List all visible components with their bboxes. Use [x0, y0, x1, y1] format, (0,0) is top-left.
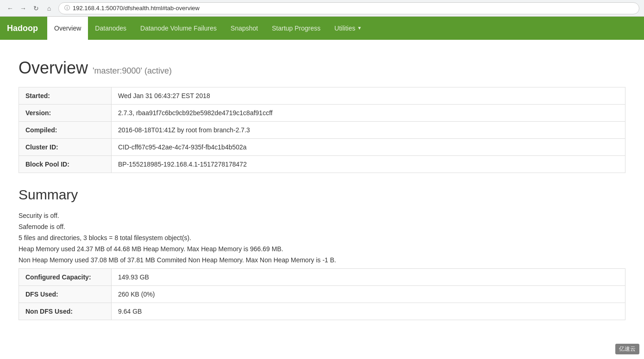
page-title-text: Overview: [19, 58, 88, 77]
table-row: DFS Used: 260 KB (0%): [19, 286, 625, 303]
nav-link-datanodes[interactable]: Datanodes: [88, 17, 133, 40]
nav-link-overview[interactable]: Overview: [47, 17, 88, 40]
capacity-label-2: Non DFS Used:: [19, 303, 112, 320]
capacity-label-1: DFS Used:: [19, 286, 112, 303]
table-row: Version: 2.7.3, rbaa91f7c6bc9cb92be5982d…: [19, 105, 625, 122]
nav-item-overview[interactable]: Overview: [47, 17, 88, 40]
table-row: Compiled: 2016-08-18T01:41Z by root from…: [19, 122, 625, 139]
page-title: Overview 'master:9000' (active): [19, 58, 625, 78]
summary-title: Summary: [19, 187, 625, 203]
table-row: Non DFS Used: 9.64 GB: [19, 303, 625, 320]
address-bar[interactable]: ⓘ 192.168.4.1:50070/dfshealth.html#tab-o…: [58, 2, 639, 14]
forward-button[interactable]: →: [18, 3, 29, 14]
row-value-cluster-id: CID-cff67c95-42ae-4c74-935f-fb4c1b4b502a: [112, 139, 625, 156]
row-label-block-pool-id: Block Pool ID:: [19, 156, 112, 173]
capacity-label-0: Configured Capacity:: [19, 269, 112, 286]
navbar-nav: Overview Datanodes Datanode Volume Failu…: [47, 17, 369, 40]
row-label-started: Started:: [19, 87, 112, 105]
row-label-version: Version:: [19, 105, 112, 122]
overview-table: Started: Wed Jan 31 06:43:27 EST 2018 Ve…: [19, 87, 625, 173]
row-value-version: 2.7.3, rbaa91f7c6bc9cb92be5982de4719c1c8…: [112, 105, 625, 122]
navbar: Hadoop Overview Datanodes Datanode Volum…: [0, 17, 644, 40]
nav-link-snapshot[interactable]: Snapshot: [224, 17, 265, 40]
capacity-value-0: 149.93 GB: [112, 269, 625, 286]
row-label-compiled: Compiled:: [19, 122, 112, 139]
summary-line-3: Heap Memory used 24.37 MB of 44.68 MB He…: [19, 245, 625, 253]
row-label-cluster-id: Cluster ID:: [19, 139, 112, 156]
nav-link-utilities[interactable]: Utilities ▼: [327, 17, 369, 40]
table-row: Configured Capacity: 149.93 GB: [19, 269, 625, 286]
nav-item-volume-failures[interactable]: Datanode Volume Failures: [133, 17, 224, 40]
page-subtitle: 'master:9000' (active): [93, 66, 172, 75]
table-row: Started: Wed Jan 31 06:43:27 EST 2018: [19, 87, 625, 105]
nav-item-snapshot[interactable]: Snapshot: [224, 17, 265, 40]
url-text: 192.168.4.1:50070/dfshealth.html#tab-ove…: [73, 5, 200, 12]
browser-nav-buttons: ← → ↻ ⌂: [5, 3, 55, 14]
nav-item-startup-progress[interactable]: Startup Progress: [265, 17, 327, 40]
nav-item-utilities[interactable]: Utilities ▼: [327, 17, 369, 40]
row-value-started: Wed Jan 31 06:43:27 EST 2018: [112, 87, 625, 105]
capacity-value-2: 9.64 GB: [112, 303, 625, 320]
capacity-value-1: 260 KB (0%): [112, 286, 625, 303]
row-value-compiled: 2016-08-18T01:41Z by root from branch-2.…: [112, 122, 625, 139]
summary-line-4: Non Heap Memory used 37.08 MB of 37.81 M…: [19, 256, 625, 264]
main-content: Overview 'master:9000' (active) Started:…: [0, 40, 644, 343]
dropdown-caret: ▼: [357, 24, 362, 33]
nav-item-datanodes[interactable]: Datanodes: [88, 17, 133, 40]
lock-icon: ⓘ: [64, 4, 70, 12]
summary-line-1: Safemode is off.: [19, 223, 625, 230]
reload-button[interactable]: ↻: [31, 3, 42, 14]
capacity-table: Configured Capacity: 149.93 GB DFS Used:…: [19, 268, 625, 320]
browser-chrome: ← → ↻ ⌂ ⓘ 192.168.4.1:50070/dfshealth.ht…: [0, 0, 644, 17]
back-button[interactable]: ←: [5, 3, 16, 14]
summary-line-2: 5 files and directories, 3 blocks = 8 to…: [19, 234, 625, 241]
table-row: Block Pool ID: BP-155218985-192.168.4.1-…: [19, 156, 625, 173]
home-button[interactable]: ⌂: [44, 3, 55, 14]
navbar-brand[interactable]: Hadoop: [7, 17, 38, 40]
nav-link-startup-progress[interactable]: Startup Progress: [265, 17, 327, 40]
summary-line-0: Security is off.: [19, 212, 625, 219]
nav-link-volume-failures[interactable]: Datanode Volume Failures: [133, 17, 224, 40]
table-row: Cluster ID: CID-cff67c95-42ae-4c74-935f-…: [19, 139, 625, 156]
row-value-block-pool-id: BP-155218985-192.168.4.1-1517278178472: [112, 156, 625, 173]
summary-section: Security is off. Safemode is off. 5 file…: [19, 212, 625, 264]
